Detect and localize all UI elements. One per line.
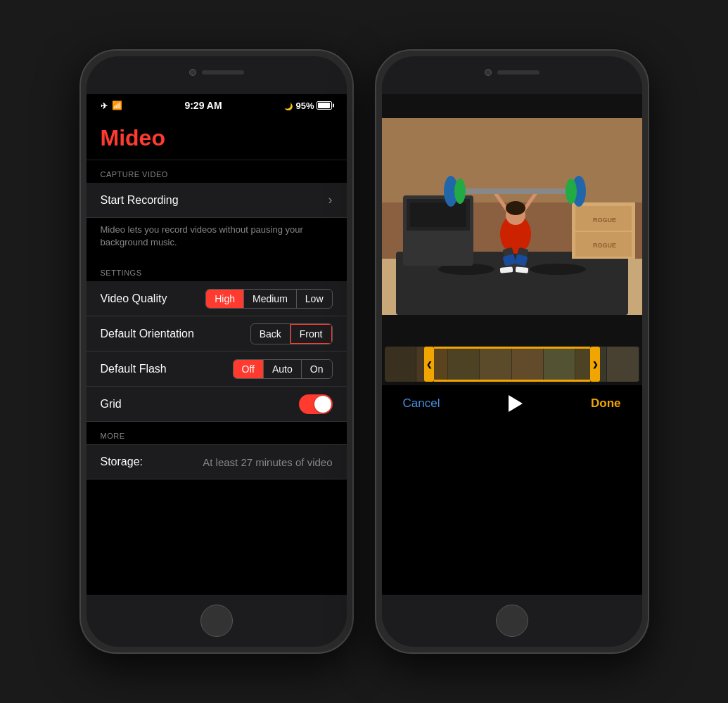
flash-row: Default Flash Off Auto On bbox=[87, 352, 347, 387]
orientation-label: Default Orientation bbox=[101, 328, 194, 340]
phone2-speaker bbox=[497, 70, 539, 75]
wifi-icon: 📶 bbox=[112, 101, 122, 110]
grid-label: Grid bbox=[101, 398, 122, 411]
svg-rect-14 bbox=[410, 202, 466, 227]
grid-row: Grid bbox=[87, 387, 347, 422]
description-text: Mideo lets you record videos without pau… bbox=[87, 218, 347, 259]
video-dark-area bbox=[382, 315, 642, 343]
storage-row: Storage: At least 27 minutes of video bbox=[87, 444, 347, 479]
app-title: Mideo bbox=[87, 114, 347, 160]
video-quality-row: Video Quality High Medium Low bbox=[87, 281, 347, 316]
phone-1: 📶 9:29 AM 95% Mideo CAPTURE VIDEO bbox=[79, 49, 354, 654]
orientation-back-btn[interactable]: Back bbox=[251, 324, 290, 344]
capture-section-header: CAPTURE VIDEO bbox=[87, 160, 347, 183]
app-content: Mideo CAPTURE VIDEO Start Recording › Mi… bbox=[87, 114, 347, 591]
screen-2: ROGUE ROGUE bbox=[382, 94, 642, 595]
svg-point-28 bbox=[566, 179, 577, 204]
battery-fill bbox=[318, 103, 329, 108]
moon-icon bbox=[284, 101, 293, 111]
phone-2: ROGUE ROGUE bbox=[375, 49, 649, 654]
done-button[interactable]: Done bbox=[591, 396, 621, 411]
svg-rect-21 bbox=[515, 266, 528, 273]
flash-label: Default Flash bbox=[101, 363, 167, 375]
screen-1: 📶 9:29 AM 95% Mideo CAPTURE VIDEO bbox=[87, 94, 347, 595]
start-recording-label: Start Recording bbox=[101, 194, 179, 207]
status-left: 📶 bbox=[101, 101, 122, 111]
toggle-thumb bbox=[314, 396, 331, 413]
svg-point-30 bbox=[506, 201, 525, 215]
quality-high-btn[interactable]: High bbox=[206, 290, 244, 308]
svg-rect-20 bbox=[499, 266, 513, 273]
phone2-front-camera bbox=[485, 69, 492, 76]
video-quality-control[interactable]: High Medium Low bbox=[205, 289, 332, 309]
video-scene: ROGUE ROGUE bbox=[382, 118, 642, 315]
svg-point-6 bbox=[530, 264, 586, 275]
phone2-top-bar bbox=[485, 69, 539, 76]
trim-handle-left[interactable]: ❮ bbox=[424, 347, 434, 382]
storage-label: Storage: bbox=[101, 456, 143, 468]
phone-top-bar bbox=[189, 69, 244, 76]
grid-toggle[interactable] bbox=[299, 394, 333, 414]
battery-percent: 95% bbox=[295, 101, 314, 111]
storage-value: At least 27 minutes of video bbox=[203, 456, 332, 468]
svg-rect-24 bbox=[445, 188, 586, 194]
trim-bar[interactable]: ❮ ❯ bbox=[382, 343, 642, 385]
video-preview: ROGUE ROGUE bbox=[382, 118, 642, 315]
phone2-home-button[interactable] bbox=[496, 605, 528, 637]
orientation-control[interactable]: Back Front bbox=[250, 323, 333, 344]
speaker bbox=[202, 70, 244, 75]
svg-text:ROGUE: ROGUE bbox=[593, 217, 616, 224]
status-right: 95% bbox=[284, 101, 332, 111]
status-bar: 📶 9:29 AM 95% bbox=[87, 94, 347, 114]
trim-highlight bbox=[434, 347, 590, 382]
chevron-icon: › bbox=[328, 193, 333, 207]
quality-low-btn[interactable]: Low bbox=[297, 290, 332, 308]
status-time: 9:29 AM bbox=[184, 100, 222, 111]
home-button[interactable] bbox=[200, 605, 233, 637]
cancel-button[interactable]: Cancel bbox=[403, 396, 440, 411]
orientation-front-btn[interactable]: Front bbox=[290, 324, 332, 344]
playback-bar: Cancel Done bbox=[382, 385, 642, 422]
settings-section-header: SETTINGS bbox=[87, 259, 347, 281]
play-button[interactable] bbox=[509, 395, 523, 412]
flash-control[interactable]: Off Auto On bbox=[233, 359, 333, 379]
battery-icon bbox=[317, 101, 332, 110]
film-frame-8 bbox=[607, 347, 639, 382]
trim-handle-right[interactable]: ❯ bbox=[590, 347, 600, 382]
flash-auto-btn[interactable]: Auto bbox=[264, 360, 302, 378]
orientation-row: Default Orientation Back Front bbox=[87, 316, 347, 352]
front-camera bbox=[189, 69, 196, 76]
phone2-status-bar bbox=[382, 94, 642, 118]
flash-off-btn[interactable]: Off bbox=[234, 360, 264, 378]
svg-point-26 bbox=[454, 179, 466, 204]
airplane-icon bbox=[101, 101, 108, 111]
video-quality-label: Video Quality bbox=[101, 292, 167, 305]
film-frame-1 bbox=[385, 347, 416, 382]
svg-text:ROGUE: ROGUE bbox=[593, 242, 616, 249]
flash-on-btn[interactable]: On bbox=[302, 360, 332, 378]
start-recording-row[interactable]: Start Recording › bbox=[87, 183, 347, 218]
quality-medium-btn[interactable]: Medium bbox=[244, 290, 297, 308]
more-section-header: MORE bbox=[87, 422, 347, 444]
